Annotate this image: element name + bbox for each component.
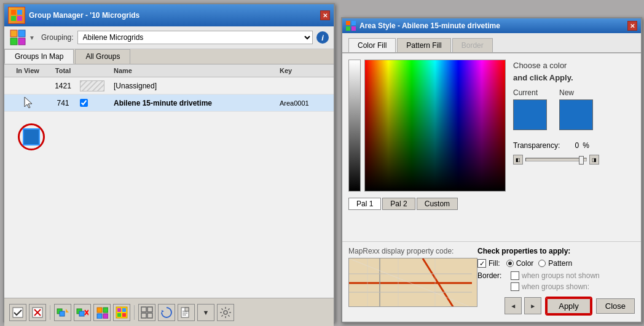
choose-color-text: Choose a color and click Apply. [513, 60, 635, 83]
area-style-close-button[interactable]: ✕ [627, 21, 637, 31]
svg-rect-0 [11, 10, 16, 15]
svg-rect-29 [141, 307, 146, 312]
check-all-button[interactable] [9, 304, 26, 321]
pattern-radio[interactable]: Pattern [538, 259, 572, 268]
fill-checkbox[interactable]: ✓ [477, 259, 486, 268]
cursor-icon [23, 97, 32, 106]
color-radio[interactable]: Color [506, 259, 534, 268]
style-button[interactable] [113, 304, 130, 321]
svg-rect-17 [79, 311, 84, 316]
info-icon[interactable]: i [316, 31, 329, 44]
refresh-button[interactable] [158, 304, 175, 321]
svg-rect-43 [351, 26, 356, 31]
row2-inview [9, 97, 46, 109]
svg-rect-2 [11, 16, 16, 21]
next-button[interactable]: ► [524, 297, 541, 314]
svg-rect-14 [60, 311, 65, 316]
group-manager-close-button[interactable]: ✕ [320, 10, 330, 20]
selected-row-icon [18, 123, 45, 150]
svg-rect-35 [185, 308, 189, 311]
grouping-icon [9, 29, 26, 46]
row2-total1: 741 [46, 99, 80, 107]
svg-rect-40 [346, 21, 350, 25]
svg-rect-41 [351, 21, 356, 25]
row2-checkbox[interactable] [80, 99, 88, 107]
row1-total: 1421 [46, 82, 80, 90]
check-properties-label: Check properties to apply: [477, 247, 635, 255]
move-up-button[interactable] [93, 304, 111, 321]
palette-tab-1[interactable]: Pal 1 [348, 198, 381, 210]
as-bottom-content: MapRexx display property code: [348, 247, 635, 314]
border-row: Border: when groups not shown [477, 271, 635, 280]
tab-pattern-fill[interactable]: Pattern Fill [397, 38, 450, 52]
color-spectrum-inner [365, 60, 505, 191]
svg-rect-4 [10, 30, 17, 37]
add-button[interactable] [54, 304, 71, 321]
tab-color-fill[interactable]: Color Fill [348, 38, 396, 52]
svg-rect-31 [141, 313, 146, 318]
svg-rect-27 [117, 313, 121, 317]
when-shown-checkbox[interactable] [511, 282, 519, 291]
fill-check: ✓ Fill: [477, 259, 500, 268]
slider-icon-right: ◨ [589, 155, 599, 165]
group-manager-title: Group Manager - '10 Microgrids [29, 11, 139, 20]
svg-rect-26 [122, 308, 126, 312]
grouping-dropdown-arrow[interactable]: ▼ [29, 34, 35, 41]
color-radio-label: Color [516, 259, 534, 268]
when-not-shown-check: when groups not shown [511, 271, 600, 280]
map-preview [348, 258, 477, 307]
table-header: In View Total Name Key [4, 64, 334, 77]
grouping-select[interactable]: Abilene Microgrids [77, 31, 313, 44]
slider-handle[interactable] [579, 156, 584, 165]
remove-button[interactable] [74, 304, 91, 321]
map-preview-svg [349, 258, 472, 307]
color-radio-button[interactable] [506, 260, 514, 267]
svg-rect-1 [17, 10, 22, 15]
slider-track[interactable] [525, 158, 587, 161]
tab-groups-in-map[interactable]: Groups In Map [4, 49, 74, 64]
apply-button[interactable]: Apply [546, 298, 591, 314]
area-style-window: Area Style - Abilene 15-minute drivetime… [341, 17, 642, 323]
group-manager-window: Group Manager - '10 Microgrids ✕ ▼ Group… [3, 3, 335, 322]
grid-button[interactable] [138, 304, 155, 321]
uncheck-all-button[interactable] [29, 304, 46, 321]
row1-color [80, 80, 114, 91]
area-style-titlebar: Area Style - Abilene 15-minute drivetime… [342, 18, 641, 33]
group-manager-icon [8, 7, 25, 24]
import-button[interactable]: ▼ [197, 304, 214, 321]
when-not-shown-checkbox[interactable] [511, 271, 519, 280]
color-fill-content: Pal 1 Pal 2 Custom Choose a color and cl… [342, 53, 641, 241]
svg-marker-8 [25, 97, 32, 108]
group-manager-titlebar: Group Manager - '10 Microgrids ✕ [4, 4, 334, 26]
prev-button[interactable]: ◄ [505, 297, 522, 314]
fill-options: Color Pattern [506, 259, 572, 268]
table-row[interactable]: 741 Abilene 15-minute drivetime Area0001 [4, 95, 334, 112]
tab-all-groups[interactable]: All Groups [75, 49, 130, 64]
close-button[interactable]: Close [596, 298, 635, 314]
row2-key: Area0001 [280, 99, 329, 107]
col-key: Key [280, 67, 329, 74]
transparency-slider: ◧ ◨ [513, 155, 635, 165]
palette-tabs: Pal 1 Pal 2 Custom [348, 198, 506, 210]
grouping-toolbar: ▼ Grouping: Abilene Microgrids i [4, 26, 334, 49]
nav-buttons: ◄ ► [505, 297, 541, 314]
new-color-container: New [559, 88, 593, 130]
svg-point-39 [224, 311, 227, 314]
table-row[interactable]: 1421 [Unassigned] [4, 77, 334, 95]
toolbar-separator-2 [134, 305, 135, 320]
palette-tab-2[interactable]: Pal 2 [382, 198, 415, 210]
svg-rect-5 [18, 30, 25, 37]
palette-tab-custom[interactable]: Custom [417, 198, 458, 210]
color-spectrum[interactable] [364, 60, 506, 192]
pattern-radio-button[interactable] [538, 260, 546, 267]
color-picker-area: Pal 1 Pal 2 Custom [348, 60, 506, 235]
action-buttons: ◄ ► Apply Close [477, 297, 635, 314]
settings-button[interactable] [217, 304, 234, 321]
bottom-toolbar: ▼ [4, 298, 334, 326]
svg-rect-22 [97, 314, 102, 319]
when-not-shown-label: when groups not shown [522, 271, 600, 280]
export-button[interactable] [178, 304, 195, 321]
svg-rect-23 [103, 314, 108, 319]
svg-rect-25 [117, 308, 121, 312]
area-style-title: Area Style - Abilene 15-minute drivetime [359, 21, 500, 30]
